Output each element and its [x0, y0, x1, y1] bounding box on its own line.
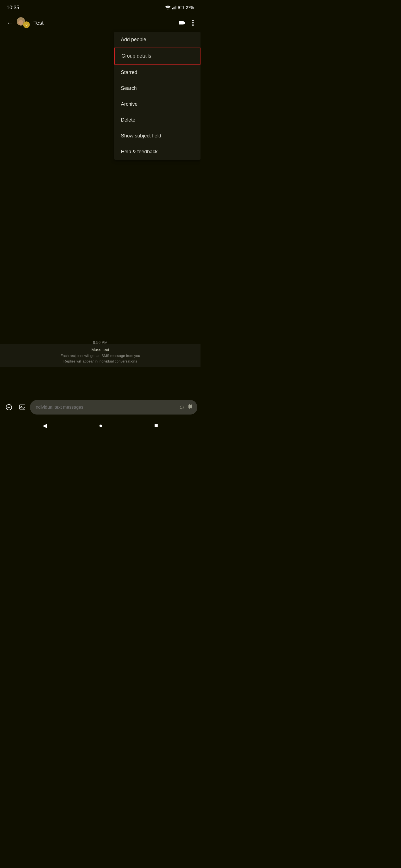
menu-item-add-people[interactable]: Add people: [114, 32, 200, 48]
avatar-letter: V: [23, 21, 30, 28]
svg-rect-17: [188, 405, 189, 408]
battery-icon: [178, 6, 184, 9]
svg-rect-18: [189, 404, 190, 409]
svg-rect-7: [178, 6, 180, 8]
message-input[interactable]: [34, 405, 176, 410]
nav-bar: ◀ ● ■: [0, 417, 200, 434]
mass-text-desc-line1: Each recipient will get an SMS message f…: [4, 353, 196, 359]
app-bar: ← V Test: [0, 14, 200, 32]
svg-point-15: [21, 406, 22, 407]
status-icons: 27%: [165, 5, 194, 10]
nav-recents-button[interactable]: ■: [154, 422, 158, 429]
svg-rect-6: [184, 7, 184, 8]
app-bar-actions: [176, 18, 196, 28]
nav-back-button[interactable]: ◀: [42, 422, 47, 429]
menu-item-starred[interactable]: Starred: [114, 65, 200, 81]
menu-item-search[interactable]: Search: [114, 81, 200, 96]
svg-point-9: [193, 22, 194, 24]
menu-item-delete[interactable]: Delete: [114, 112, 200, 128]
battery-percentage: 27%: [186, 5, 194, 10]
svg-rect-2: [173, 7, 174, 9]
more-options-button[interactable]: [190, 18, 196, 28]
svg-point-0: [167, 9, 168, 10]
video-call-button[interactable]: [176, 18, 188, 28]
dropdown-menu: Add people Group details Starred Search …: [114, 32, 200, 160]
svg-rect-1: [172, 8, 173, 9]
signal-icon: [172, 6, 176, 9]
svg-rect-3: [174, 7, 175, 9]
media-button[interactable]: [17, 402, 28, 413]
nav-home-button[interactable]: ●: [99, 422, 103, 429]
chat-title: Test: [33, 20, 176, 26]
svg-rect-4: [175, 6, 176, 9]
emoji-button[interactable]: ☺: [179, 404, 185, 411]
menu-item-show-subject-field[interactable]: Show subject field: [114, 128, 200, 144]
mass-text-info: Mass text Each recipient will get an SMS…: [0, 344, 200, 367]
svg-rect-19: [190, 405, 191, 408]
avatar-group: V: [17, 17, 30, 28]
menu-item-help-feedback[interactable]: Help & feedback: [114, 144, 200, 160]
wifi-icon: [165, 6, 170, 9]
svg-rect-20: [191, 404, 192, 408]
mass-text-desc-line2: Replies will appear in individual conver…: [4, 359, 196, 364]
menu-item-group-details[interactable]: Group details: [114, 48, 200, 65]
menu-item-archive[interactable]: Archive: [114, 96, 200, 112]
status-bar: 10:35 27%: [0, 0, 200, 14]
add-attachment-button[interactable]: [3, 402, 15, 413]
svg-point-8: [193, 20, 194, 22]
voice-button[interactable]: [187, 404, 193, 411]
mass-text-title: Mass text: [4, 347, 196, 352]
main-content: Add people Group details Starred Search …: [0, 32, 200, 395]
status-time: 10:35: [7, 5, 19, 10]
svg-point-10: [193, 25, 194, 26]
back-button[interactable]: ←: [4, 17, 16, 29]
message-input-container: ☺: [30, 400, 197, 414]
input-bar: ☺: [0, 397, 200, 417]
svg-rect-16: [23, 408, 25, 409]
